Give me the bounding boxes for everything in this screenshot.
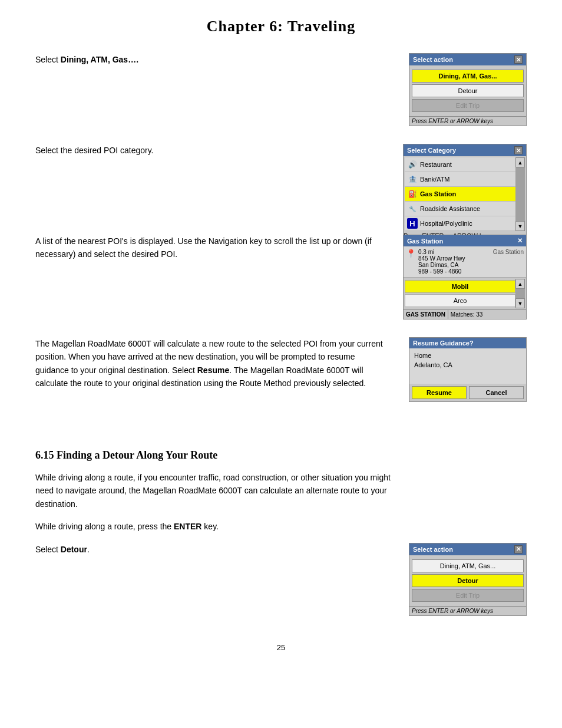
menu-item-detour-2[interactable]: Detour [412,574,524,587]
category-list: 🔊 Restaurant 🏦 Bank/ATM ⛽ Gas Station [405,157,515,231]
cancel-button[interactable]: Cancel [469,386,524,399]
gas-widget-info: 📍 0.3 mi 845 W Arrow Hwy San Dimas, CA 9… [404,246,526,278]
gas-address2: San Dimas, CA [418,262,493,268]
gas-info-text: 0.3 mi 845 W Arrow Hwy San Dimas, CA 989… [418,249,493,275]
resume-buttons: Resume Cancel [409,384,526,401]
gas-scrollbar [515,279,525,308]
section-615-para2: While driving along a route, press the E… [35,520,401,533]
gas-list-item-mobil[interactable]: Mobil [405,280,515,293]
gas-category-label: Gas Station [493,249,524,275]
chapter-title: Chapter 6: Traveling [35,18,527,35]
section-2-widget-col: Select Category ✕ 🔊 Restaurant 🏦 Bank/AT… [397,144,527,220]
category-scrollbar [515,157,525,231]
widget-1-title: Select action [413,56,453,63]
gas-widget-titlebar: Gas Station ✕ [404,235,526,246]
cat-item-bankatm[interactable]: 🏦 Bank/ATM [405,172,515,187]
category-widget-title: Select Category [407,147,456,154]
gas-matches: Matches: 33 [448,310,485,319]
gas-distance: 0.3 mi [418,249,493,255]
category-widget-body: 🔊 Restaurant 🏦 Bank/ATM ⛽ Gas Station [404,156,526,232]
section-615-heading: 6.15 Finding a Detour Along Your Route [35,449,527,462]
cat-label-bankatm: Bank/ATM [420,176,450,183]
resume-titlebar: Resume Guidance? [409,338,526,348]
widget-1-status: Press ENTER or ARROW keys [409,116,526,126]
gas-phone: 989 - 599 - 4860 [418,268,493,275]
section-1-text-before: Select [35,55,61,64]
gas-address1: 845 W Arrow Hwy [418,255,493,262]
widget-1-titlebar: Select action ✕ [409,54,526,65]
widget-2-body: Dining, ATM, Gas... Detour Edit Trip [409,555,526,606]
resume-widget: Resume Guidance? Home Adelanto, CA Resum… [409,337,527,402]
cat-item-restaurant[interactable]: 🔊 Restaurant [405,157,515,172]
gas-bottom-label: GAS STATION [404,310,448,319]
bank-icon: 🏦 [407,174,418,185]
section-1-widget-col: Select action ✕ Dining, ATM, Gas... Deto… [397,53,527,130]
section-615-widget-col: Select action ✕ Dining, ATM, Gas... Deto… [397,543,527,625]
section-4: The Magellan RoadMate 6000T will calcula… [35,337,527,431]
category-scroll-up[interactable] [515,157,525,167]
widget-1-close[interactable]: ✕ [514,55,523,64]
category-widget-close[interactable]: ✕ [514,146,523,154]
section-615-text: Select Detour. [35,543,397,625]
gas-list-item-arco[interactable]: Arco [405,294,515,307]
gas-scroll-up[interactable] [515,279,525,289]
gas-widget-close[interactable]: ✕ [517,237,523,245]
section-615-para3-before: Select [35,545,61,554]
section-2-para: Select the desired POI category. [35,144,385,157]
section-615-select: Select Detour. Select action ✕ Dining, A… [35,543,527,625]
gas-bottom-bar: GAS STATION Matches: 33 [404,309,526,319]
restaurant-icon: 🔊 [407,159,418,170]
section-615-para3-after: . [87,545,90,554]
section-615-detour-label: Detour [61,545,87,554]
cat-label-restaurant: Restaurant [420,161,452,168]
gas-scroll-down[interactable] [515,298,525,308]
menu-item-edittrip: Edit Trip [412,99,524,112]
menu-item-edittrip-2: Edit Trip [412,589,524,602]
menu-item-dining-2[interactable]: Dining, ATM, Gas... [412,559,524,572]
section-2-text: Select the desired POI category. [35,144,397,220]
section-3-text: A list of the nearest POI's is displayed… [35,235,397,323]
section-4-text-bold: Resume [197,365,229,375]
cat-label-hospital: Hospital/Polyclinic [420,220,472,227]
category-scroll-down[interactable] [515,221,525,231]
gas-list-area: Mobil Arco [404,278,526,309]
hospital-icon: H [407,218,418,229]
resume-body: Home Adelanto, CA [409,348,526,384]
section-1: Select Dining, ATM, Gas…. Select action … [35,53,527,130]
section-3-widget-col: Gas Station ✕ 📍 0.3 mi 845 W Arrow Hwy S… [397,235,527,323]
section-615-para3: Select Detour. [35,543,385,556]
menu-item-detour[interactable]: Detour [412,84,524,97]
widget-1-body: Dining, ATM, Gas... Detour Edit Trip [409,65,526,116]
widget-2-status: Press ENTER or ARROW keys [409,606,526,615]
section-4-text: The Magellan RoadMate 6000T will calcula… [35,337,397,431]
resume-button[interactable]: Resume [412,386,467,399]
section-4-widget-col: Resume Guidance? Home Adelanto, CA Resum… [397,337,527,431]
gas-location-icon: 📍 [406,249,416,275]
roadside-icon: 🔧 [407,203,418,214]
widget-2-titlebar: Select action ✕ [409,543,526,555]
gasstation-icon: ⛽ [407,189,418,199]
section-615-para2-before: While driving along a route, press the [35,522,174,531]
section-615-enter-key: ENTER [174,522,201,531]
page-number: 25 [35,643,527,652]
category-widget-titlebar: Select Category ✕ [404,144,526,156]
cat-item-hospital[interactable]: H Hospital/Polyclinic [405,216,515,231]
gas-widget-title: Gas Station [407,238,443,245]
section-2: Select the desired POI category. Select … [35,144,527,220]
section-615-para1: While driving along a route, if you enco… [35,471,401,510]
select-action-widget-2: Select action ✕ Dining, ATM, Gas... Deto… [409,543,527,616]
cat-label-roadside: Roadside Assistance [420,205,480,212]
cat-item-roadside[interactable]: 🔧 Roadside Assistance [405,202,515,216]
section-1-text-bold: Dining, ATM, Gas…. [61,55,138,64]
gas-list: Mobil Arco [405,279,515,308]
section-4-para: The Magellan RoadMate 6000T will calcula… [35,337,385,390]
section-1-text: Select Dining, ATM, Gas…. [35,53,397,130]
cat-item-gasstation[interactable]: ⛽ Gas Station [405,187,515,202]
widget-2-title: Select action [413,546,453,553]
widget-2-close[interactable]: ✕ [514,545,523,554]
resume-line-2: Adelanto, CA [414,361,521,368]
select-action-widget-1: Select action ✕ Dining, ATM, Gas... Deto… [409,53,527,126]
section-615-para2-after: key. [201,522,219,531]
resume-line-1: Home [414,352,521,359]
menu-item-dining[interactable]: Dining, ATM, Gas... [412,70,524,83]
